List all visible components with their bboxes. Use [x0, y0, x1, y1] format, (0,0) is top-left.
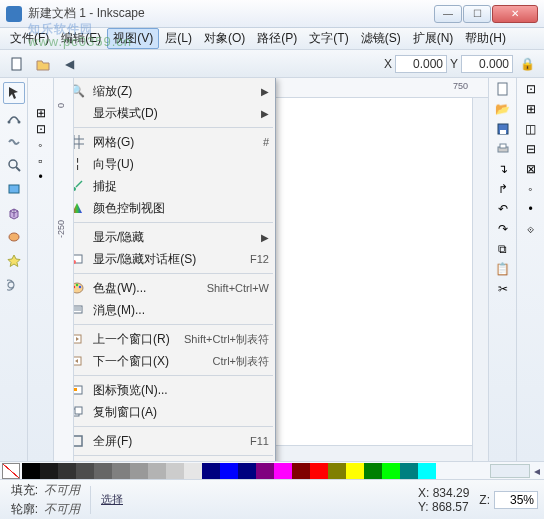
color-swatch[interactable] — [22, 463, 40, 479]
color-swatch[interactable] — [76, 463, 94, 479]
minimize-button[interactable]: — — [434, 5, 462, 23]
color-swatch[interactable] — [346, 463, 364, 479]
menu-messages[interactable]: 消息(M)... — [74, 299, 275, 321]
palette-scrollbar[interactable] — [490, 464, 530, 478]
color-swatch[interactable] — [364, 463, 382, 479]
paste-icon[interactable]: 📋 — [495, 262, 510, 276]
snap-opt-6-icon[interactable]: ◦ — [528, 182, 532, 196]
menu-dup-window[interactable]: 复制窗口(A) — [74, 401, 275, 423]
import-icon[interactable]: ↴ — [498, 162, 508, 176]
color-swatch[interactable] — [130, 463, 148, 479]
export-icon[interactable]: ↱ — [498, 182, 508, 196]
star-tool-icon[interactable] — [3, 250, 25, 272]
spiral-tool-icon[interactable] — [3, 274, 25, 296]
copy-icon[interactable]: ⧉ — [498, 242, 507, 256]
cut-icon[interactable]: ✂ — [498, 282, 508, 296]
svg-point-6 — [9, 233, 19, 241]
lock-icon[interactable]: 🔒 — [516, 53, 538, 75]
menu-prev-window[interactable]: 上一个窗口(R)Shift+Ctrl+制表符 — [74, 328, 275, 350]
menu-show-hide-dlg[interactable]: 显示/隐藏对话框(S)F12 — [74, 248, 275, 270]
zoom-icon: 🔍 — [74, 82, 87, 100]
snap-path-icon[interactable]: ◦ — [38, 138, 42, 152]
menu-palette[interactable]: 色盘(W)...Shift+Ctrl+W — [74, 277, 275, 299]
print-icon[interactable] — [496, 142, 510, 156]
canvas[interactable]: 750 🔍缩放(Z)▶ 显示模式(D)▶ 网格(G)# ╎向导(U) 捕捉 颜色… — [74, 78, 488, 461]
node-tool-icon[interactable] — [3, 106, 25, 128]
tweak-tool-icon[interactable] — [3, 130, 25, 152]
snap-bbox-icon[interactable]: ▫ — [38, 154, 42, 168]
circle-tool-icon[interactable] — [3, 226, 25, 248]
scrollbar-vertical[interactable] — [472, 98, 488, 461]
menu-file[interactable]: 文件(F) — [4, 28, 55, 49]
color-swatch[interactable] — [328, 463, 346, 479]
select-tool-icon[interactable] — [3, 82, 25, 104]
color-swatch[interactable] — [40, 463, 58, 479]
menu-guides[interactable]: ╎向导(U) — [74, 153, 275, 175]
color-swatch[interactable] — [274, 463, 292, 479]
color-swatch[interactable] — [256, 463, 274, 479]
open-icon[interactable] — [32, 53, 54, 75]
menu-icon-preview[interactable]: 图标预览(N)... — [74, 379, 275, 401]
menu-color-view[interactable]: 颜色控制视图 — [74, 197, 275, 219]
save-icon[interactable] — [496, 122, 510, 136]
rect-tool-icon[interactable] — [3, 178, 25, 200]
menu-grid[interactable]: 网格(G)# — [74, 131, 275, 153]
snap-node-icon[interactable]: ⊡ — [36, 122, 46, 136]
color-swatch[interactable] — [58, 463, 76, 479]
menu-layer[interactable]: 层(L) — [159, 28, 198, 49]
color-swatch[interactable] — [238, 463, 256, 479]
zoom-input[interactable] — [494, 491, 538, 509]
undo-icon[interactable]: ↶ — [498, 202, 508, 216]
menu-next-window[interactable]: 下一个窗口(X)Ctrl+制表符 — [74, 350, 275, 372]
palette-menu-icon[interactable]: ◂ — [530, 464, 544, 478]
snap-center-icon[interactable]: • — [38, 170, 42, 184]
menu-edit[interactable]: 编辑(E) — [55, 28, 107, 49]
snap-opt-3-icon[interactable]: ◫ — [525, 122, 536, 136]
snap-icon[interactable]: ⊞ — [36, 106, 46, 120]
color-swatch[interactable] — [310, 463, 328, 479]
menu-snap[interactable]: 捕捉 — [74, 175, 275, 197]
menu-filter[interactable]: 滤镜(S) — [355, 28, 407, 49]
menu-text[interactable]: 文字(T) — [303, 28, 354, 49]
color-swatch[interactable] — [184, 463, 202, 479]
menu-fullscreen[interactable]: 全屏(F)F11 — [74, 430, 275, 452]
color-swatch[interactable] — [418, 463, 436, 479]
color-swatch[interactable] — [220, 463, 238, 479]
menu-show-hide[interactable]: 显示/隐藏▶ — [74, 226, 275, 248]
menu-default[interactable]: 默认 — [74, 459, 275, 461]
toolbox-snap: ⊞ ⊡ ◦ ▫ • — [28, 78, 54, 461]
zoom-tool-icon[interactable] — [3, 154, 25, 176]
menu-help[interactable]: 帮助(H) — [459, 28, 512, 49]
snap-opt-8-icon[interactable]: ⟐ — [527, 222, 534, 236]
maximize-button[interactable]: ☐ — [463, 5, 491, 23]
open-doc-icon[interactable]: 📂 — [495, 102, 510, 116]
no-color-swatch[interactable] — [2, 463, 20, 479]
snap-opt-7-icon[interactable]: • — [528, 202, 532, 216]
menu-zoom[interactable]: 🔍缩放(Z)▶ — [74, 80, 275, 102]
menu-display-mode[interactable]: 显示模式(D)▶ — [74, 102, 275, 124]
new-doc-icon[interactable] — [496, 82, 510, 96]
color-swatch[interactable] — [94, 463, 112, 479]
x-input[interactable] — [395, 55, 447, 73]
redo-icon[interactable]: ↷ — [498, 222, 508, 236]
y-input[interactable] — [461, 55, 513, 73]
close-button[interactable]: ✕ — [492, 5, 538, 23]
snap-opt-4-icon[interactable]: ⊟ — [526, 142, 536, 156]
snap-opt-5-icon[interactable]: ⊠ — [526, 162, 536, 176]
color-swatch[interactable] — [112, 463, 130, 479]
color-swatch[interactable] — [148, 463, 166, 479]
color-swatch[interactable] — [202, 463, 220, 479]
3dbox-tool-icon[interactable] — [3, 202, 25, 224]
arrow-icon[interactable]: ◀ — [58, 53, 80, 75]
snap-opt-1-icon[interactable]: ⊡ — [526, 82, 536, 96]
menu-extend[interactable]: 扩展(N) — [407, 28, 460, 49]
color-swatch[interactable] — [166, 463, 184, 479]
color-swatch[interactable] — [400, 463, 418, 479]
new-icon[interactable] — [6, 53, 28, 75]
color-swatch[interactable] — [382, 463, 400, 479]
snap-opt-2-icon[interactable]: ⊞ — [526, 102, 536, 116]
menu-object[interactable]: 对象(O) — [198, 28, 251, 49]
color-swatch[interactable] — [292, 463, 310, 479]
menu-view[interactable]: 视图(V) — [107, 28, 159, 49]
menu-path[interactable]: 路径(P) — [251, 28, 303, 49]
